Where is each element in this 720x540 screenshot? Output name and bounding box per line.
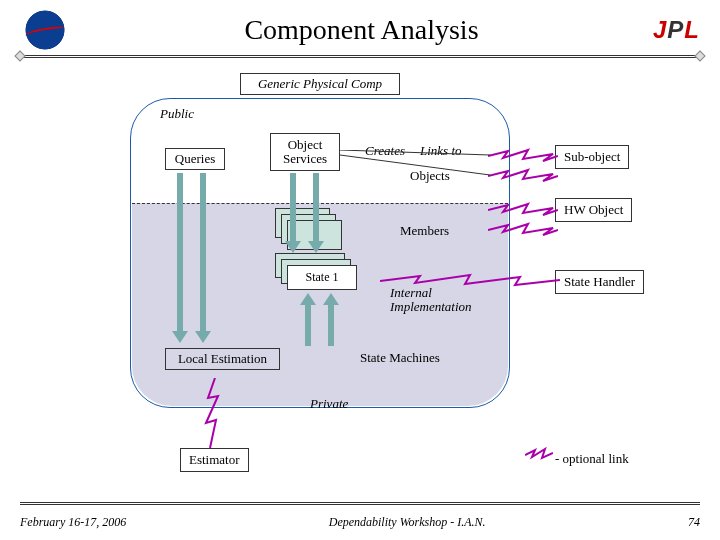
diagram: Generic Physical Comp Public Queries Obj…: [0, 58, 720, 478]
state-handler-box: State Handler: [555, 270, 644, 294]
nasa-logo: [20, 10, 70, 50]
sub-object-box: Sub-object: [555, 145, 629, 169]
members-label: Members: [400, 223, 449, 239]
local-estimation-box: Local Estimation: [165, 348, 280, 370]
queries-label: Queries: [175, 151, 215, 167]
svg-line-1: [340, 155, 490, 175]
footer-center: Dependability Workshop - I.A.N.: [329, 515, 486, 530]
arrow-icon: [195, 173, 211, 343]
sub-object-label: Sub-object: [564, 149, 620, 164]
arrow-icon: [323, 293, 339, 348]
bolt-icon: [488, 220, 558, 240]
footer-rule: [20, 502, 700, 505]
footer-page: 74: [688, 515, 700, 530]
container-title: Generic Physical Comp: [258, 76, 382, 92]
arrow-icon: [172, 173, 188, 343]
object-services-box: Object Services: [270, 133, 340, 171]
connector-line: [340, 150, 500, 180]
bolt-icon: [200, 378, 230, 448]
estimator-box: Estimator: [180, 448, 249, 472]
hw-object-box: HW Object: [555, 198, 632, 222]
bolt-icon: [488, 200, 558, 220]
public-label: Public: [160, 106, 194, 122]
queries-box: Queries: [165, 148, 225, 170]
page-title: Component Analysis: [70, 14, 653, 46]
arrow-icon: [300, 293, 316, 348]
estimator-label: Estimator: [189, 452, 240, 467]
local-estimation-label: Local Estimation: [178, 351, 267, 367]
state-machines-label: State Machines: [360, 350, 440, 366]
hw-object-label: HW Object: [564, 202, 623, 217]
bolt-icon: [380, 273, 560, 288]
footer-date: February 16-17, 2006: [20, 515, 126, 530]
state1-label: State 1: [306, 270, 339, 285]
object-services-label: Object Services: [277, 138, 333, 167]
internal-impl-label: Internal Implementation: [390, 286, 472, 315]
arrow-icon: [308, 173, 324, 253]
state-handler-label: State Handler: [564, 274, 635, 289]
footer: February 16-17, 2006 Dependability Works…: [20, 515, 700, 530]
container-title-box: Generic Physical Comp: [240, 73, 400, 95]
optional-link-label: - optional link: [555, 451, 629, 467]
svg-line-0: [340, 150, 490, 155]
private-label: Private: [310, 396, 348, 412]
bolt-icon: [525, 446, 553, 464]
arrow-icon: [285, 173, 301, 253]
jpl-logo: JPL: [653, 16, 700, 44]
